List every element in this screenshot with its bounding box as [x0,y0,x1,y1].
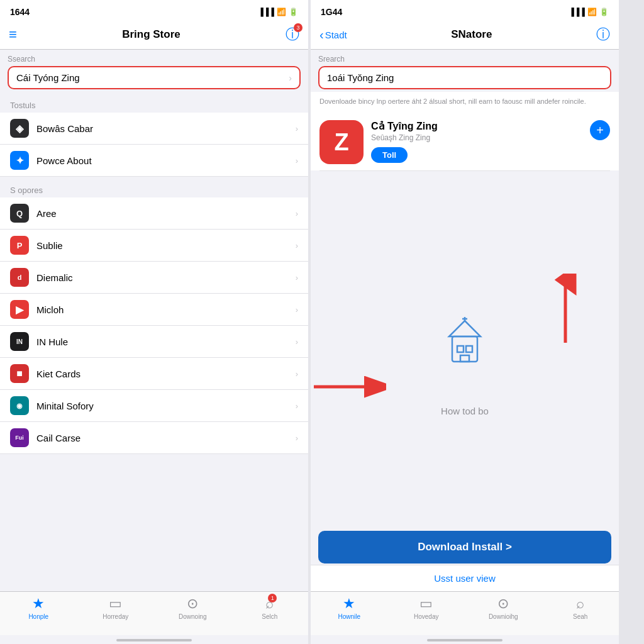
back-button-right[interactable]: ‹ Stadt [319,28,347,42]
nav-bar-right: ‹ Stadt SNatore ⓘ [311,21,619,50]
app-subtitle-right: Seûaşh Zing Zing [371,133,582,142]
app-icon-right: Z [319,120,364,164]
store-chevron-7: › [296,433,298,443]
home-indicator-left [116,639,192,641]
tab-downoing-icon-left: ⊙ [187,596,198,612]
tab-home-icon-left: ★ [32,596,45,612]
tab-horreday-label-left: Horreday [103,613,128,620]
store-item-7[interactable]: Fui Cail Carse › [0,422,308,454]
tab-downioihg-right[interactable]: ⊙ Downioihg [465,596,542,620]
time-left: 1644 [10,7,30,17]
search-box-left[interactable]: › [8,66,301,89]
nav-bar-left: ≡ Bring Store ⓘ 3 [0,21,308,50]
store-label-6: Minital Sofory [36,401,296,411]
store-icon-6: ◉ [10,396,29,415]
info-icon-right[interactable]: ⓘ [596,25,610,44]
search-input-right[interactable] [327,72,602,83]
store-chevron-4: › [296,337,298,347]
tab-home-label-left: Honple [28,613,48,620]
nav-title-right: SNatore [451,28,492,41]
how-label-right: How tod bo [431,406,499,423]
battery-icon-right: 🔋 [599,8,609,16]
store-item-4[interactable]: IN IN Hule › [0,326,308,358]
store-chevron-1: › [296,241,298,250]
store-chevron-3: › [296,305,298,314]
download-install-button[interactable]: Download Install > [318,531,611,564]
search-section-right: Srearch [311,50,619,92]
nav-title-left: Bring Store [122,28,180,41]
description-right: Dovenloade bincy Inp oertere áht 2 álsua… [311,92,619,111]
tool-label-1: Powce About [36,155,296,166]
app-name-right: Cả Tyîng Zing [371,120,582,132]
tab-selch-left[interactable]: ⌕ 1 Selch [231,596,309,620]
store-chevron-2: › [296,273,298,282]
store-item-0[interactable]: Q Aree › [0,197,308,230]
store-item-6[interactable]: ◉ Minital Sofory › [0,390,308,422]
status-icons-right: ▐▐▐ 📶 🔋 [569,8,609,16]
svg-rect-2 [457,346,464,352]
store-icon-4: IN [10,332,29,351]
store-chevron-6: › [296,401,298,411]
tab-seah-right[interactable]: ⌕ Seah [542,596,619,620]
tab-downioihg-label-right: Downioihg [489,613,518,620]
search-input-left[interactable] [16,72,289,83]
tab-selch-icon-wrap-left: ⌕ 1 [265,596,274,612]
store-item-2[interactable]: d Diemalic › [0,262,308,294]
tab-hoveday-label-right: Hoveday [414,613,438,620]
store-chevron-5: › [296,369,298,379]
store-label-5: Kiet Cards [36,369,296,379]
app-info-right: Cả Tyîng Zing Seûaşh Zing Zing Toll [371,120,582,163]
alert-wrap-left[interactable]: ⓘ 3 [286,25,299,44]
search-box-right[interactable] [318,66,611,89]
tab-downoing-label-left: Downoing [179,613,206,620]
right-phone: 1G44 ▐▐▐ 📶 🔋 ‹ Stadt SNatore ⓘ Srearch D… [311,0,619,644]
tool-icon-1: ✦ [10,151,29,170]
toll-button-right[interactable]: Toll [371,147,408,163]
app-card-inner-right: Z Cả Tyîng Zing Seûaşh Zing Zing Toll + [319,120,610,164]
plus-button-right[interactable]: + [590,120,610,140]
search-chevron-left: › [289,73,292,83]
arrow-up-right [550,274,581,349]
store-item-1[interactable]: P Sublie › [0,230,308,262]
tab-home-right[interactable]: ★ Hownile [311,596,388,620]
tab-hoveday-right[interactable]: ▭ Hoveday [388,596,465,620]
download-btn-wrap: Download Install > [311,531,619,565]
wifi-icon-right: 📶 [587,8,597,16]
battery-icon-left: 🔋 [289,8,298,16]
tab-selch-badge-left: 1 [268,594,277,602]
stores-header-left: S opores [0,177,308,197]
tab-hoveday-icon-right: ▭ [419,596,433,612]
tab-home-icon-right: ★ [343,596,355,612]
tool-icon-0: ◈ [10,119,29,138]
middle-area-right: How tod bo [311,171,619,531]
tab-home-left[interactable]: ★ Honple [0,596,77,620]
tab-horreday-left[interactable]: ▭ Horreday [77,596,155,620]
tab-horreday-icon-left: ▭ [109,596,122,612]
home-indicator-right [427,639,502,641]
tool-chevron-1: › [296,156,298,165]
alert-badge-left: 3 [294,23,303,32]
app-card-right: Z Cả Tyîng Zing Seûaşh Zing Zing Toll + [311,111,619,170]
tab-downoing-left[interactable]: ⊙ Downoing [154,596,231,620]
store-label-2: Diemalic [36,272,296,283]
tool-item-0[interactable]: ◈ Bowâs Cabar › [0,113,308,145]
store-label-7: Cail Carse [36,433,296,443]
store-icon-5: ■ [10,364,29,383]
tab-home-label-right: Hownile [338,613,360,620]
menu-icon-left[interactable]: ≡ [9,26,17,43]
tool-item-1[interactable]: ✦ Powce About › [0,145,308,177]
usst-user-view-button[interactable]: Usst user view [311,565,619,591]
store-item-5[interactable]: ■ Kiet Cards › [0,358,308,390]
store-icon-3: ▶ [10,300,29,319]
tools-header-left: Tostuls [0,92,308,113]
store-label-0: Aree [36,208,296,219]
arrow-right-left [311,374,386,399]
back-icon-right: ‹ [319,28,324,42]
store-label-1: Sublie [36,240,296,251]
tool-label-0: Bowâs Cabar [36,123,296,134]
store-icon-1: P [10,236,29,255]
store-item-3[interactable]: ▶ Micloh › [0,294,308,326]
tab-bar-right: ★ Hownile ▭ Hoveday ⊙ Downioihg ⌕ Seah [311,591,619,635]
left-phone: 1644 ▐▐▐ 📶 🔋 ≡ Bring Store ⓘ 3 Ssearch ›… [0,0,308,644]
tool-chevron-0: › [296,124,298,133]
